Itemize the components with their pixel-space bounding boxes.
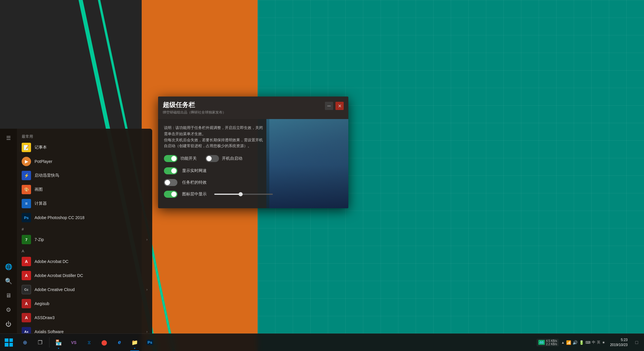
calc-icon: = xyxy=(22,199,31,208)
star-icon[interactable]: ✶ xyxy=(602,340,605,345)
toggle-realtime-thumb xyxy=(171,168,177,173)
start-menu-sidebar: ☰ 🌐 🔍 🖥 ⚙ ⏻ xyxy=(0,129,17,333)
dialog-body: 说明：该功能用于任务栏外观调整，开启后立即生效，关闭需单击开始菜单才生效。 但每… xyxy=(158,119,348,208)
start-menu: ☰ 🌐 🔍 🖥 ⚙ ⏻ 最常用 📝 记事本 ▶ PotPlayer ⚡ xyxy=(0,129,152,333)
toggle-effects-thumb xyxy=(165,180,170,185)
toggle-icon-switch[interactable] xyxy=(164,191,177,198)
section-frequent-header: 最常用 xyxy=(17,132,152,140)
toggle-realtime-switch[interactable] xyxy=(164,167,177,174)
thunderbird-icon: ⚡ xyxy=(22,171,31,180)
taskbar-divider-1 xyxy=(49,337,49,347)
taskbar: ⊕ ❐ 🏪 VS ⧖ ⬤ e 📁 Ps xyxy=(0,333,644,351)
notepad-icon: 📝 xyxy=(22,143,31,152)
slider-thumb[interactable] xyxy=(239,192,243,196)
app-item-aegisub[interactable]: A Aegisub xyxy=(17,297,152,311)
taskbar-icon-tray: ⊕ ❐ 🏪 VS ⧖ ⬤ e 📁 Ps xyxy=(18,334,157,351)
taskbar-icon-cortana[interactable]: ⊕ xyxy=(18,334,32,351)
toggle-autostart-switch[interactable] xyxy=(205,155,219,162)
taskbar-icon-ie[interactable]: e xyxy=(112,334,127,351)
ime-icon[interactable]: 中 xyxy=(592,340,595,345)
calc-label: 计算器 xyxy=(35,201,148,206)
toggle-realtime-label: 显示实时网速 xyxy=(182,168,207,173)
toggle-function-label: 功能开关 xyxy=(180,156,197,161)
app-item-notepad[interactable]: 📝 记事本 xyxy=(17,140,152,154)
creative-cloud-label: Adobe Creative Cloud xyxy=(35,287,143,292)
toggle-row-1: 功能开关 开机自启动 xyxy=(164,155,342,162)
toggle-row-3: 任务栏的特效 xyxy=(164,179,342,186)
app-item-axialis[interactable]: Ax Axialis Software › xyxy=(17,325,152,333)
toggle-effects-label: 任务栏的特效 xyxy=(182,180,207,185)
download-speed: 4.5 KB/s xyxy=(546,339,557,343)
paint-label: 画图 xyxy=(35,187,148,192)
app-item-thunderbird[interactable]: ⚡ 启动迅雷快鸟 xyxy=(17,168,152,183)
dialog-desc-line2: 但每次关机后会失效，若要长期保持透明效果，需设置开机自启动（创建常驻进程，占用您… xyxy=(164,138,263,148)
display-icon: 🖥 xyxy=(6,292,11,299)
taskbar-icon-ps[interactable]: Ps xyxy=(143,334,157,351)
section-a-header: A xyxy=(17,247,152,254)
app-item-calc[interactable]: = 计算器 xyxy=(17,197,152,211)
sidebar-display-icon[interactable]: 🖥 xyxy=(1,289,16,302)
toggle-effects-switch[interactable] xyxy=(164,179,177,186)
toggle-autostart-label: 开机自启动 xyxy=(222,156,242,161)
toggle-effects-track xyxy=(164,179,177,186)
aegisub-label: Aegisub xyxy=(35,301,148,306)
hamburger-icon: ☰ xyxy=(6,135,11,141)
notification-icon: □ xyxy=(635,340,638,345)
taskbar-sys-icons: ▲ 📶 🔊 🔋 ⌨ 中 英 ✶ xyxy=(561,340,605,345)
acrobat-dc-label: Adobe Acrobat DC xyxy=(35,259,148,264)
acrobat-distiller-label: Adobe Acrobat Distiller DC xyxy=(35,273,148,278)
clock-date: 2019/10/23 xyxy=(610,343,628,347)
wifi-icon[interactable]: 📶 xyxy=(566,340,571,345)
aegisub-icon: A xyxy=(22,299,31,308)
taskbar-icon-store[interactable]: 🏪 xyxy=(51,334,66,351)
start-menu-list: 最常用 📝 记事本 ▶ PotPlayer ⚡ 启动迅雷快鸟 🎨 画图 = 计算… xyxy=(17,129,152,333)
taskview-icon: ❐ xyxy=(38,339,42,346)
sidebar-settings-icon[interactable]: ⚙ xyxy=(1,303,16,316)
taskbar-icon-explorer[interactable]: 📁 xyxy=(127,334,142,351)
battery-icon[interactable]: 🔋 xyxy=(579,340,584,345)
dialog-close-button[interactable]: ✕ xyxy=(335,102,344,110)
toggle-icon-track xyxy=(164,191,177,198)
taskbar-icon-taskview[interactable]: ❐ xyxy=(33,334,47,351)
toggle-autostart-track xyxy=(205,155,219,162)
taskbar-icon-chrome[interactable]: ⬤ xyxy=(97,334,112,351)
dialog-window-controls: ─ ✕ xyxy=(325,102,344,110)
thunderbird-label: 启动迅雷快鸟 xyxy=(35,173,148,178)
toggle-icon-thumb xyxy=(171,192,177,197)
app-item-acrobat-dc[interactable]: A Adobe Acrobat DC xyxy=(17,254,152,269)
toggle-function-thumb xyxy=(171,156,177,161)
taskbar-clock[interactable]: 5:23 2019/10/23 xyxy=(608,338,630,347)
keyboard-icon[interactable]: ⌨ xyxy=(585,340,590,345)
globe-icon: 🌐 xyxy=(5,263,12,270)
dialog-title-container: 超级任务栏 绑空研磁组出品（啊研社全球独家发布） xyxy=(163,101,226,115)
slider-container[interactable] xyxy=(214,194,273,195)
sidebar-power-icon[interactable]: ⏻ xyxy=(1,318,16,331)
app-item-ps2018[interactable]: Ps Adobe Photoshop CC 2018 xyxy=(17,211,152,225)
sidebar-search-icon[interactable]: 🔍 xyxy=(1,275,16,288)
assdraw-icon: A xyxy=(22,313,31,322)
toggle-realtime-track xyxy=(164,167,177,174)
sidebar-hamburger[interactable]: ☰ xyxy=(1,132,16,144)
power-icon: ⏻ xyxy=(6,321,11,328)
app-item-creative-cloud[interactable]: Cc Adobe Creative Cloud › xyxy=(17,283,152,297)
taskbar-start-button[interactable] xyxy=(0,334,18,351)
app-item-paint[interactable]: 🎨 画图 xyxy=(17,183,152,197)
app-item-acrobat-distiller[interactable]: A Adobe Acrobat Distiller DC xyxy=(17,269,152,283)
app-item-assdraw[interactable]: A ASSDraw3 xyxy=(17,311,152,325)
app-item-7zip[interactable]: 7 7-Zip › xyxy=(17,233,152,247)
notification-center-button[interactable]: □ xyxy=(632,334,641,351)
dialog-minimize-button[interactable]: ─ xyxy=(325,102,333,110)
store-notification-dot xyxy=(58,348,59,349)
app-item-potplayer[interactable]: ▶ PotPlayer xyxy=(17,154,152,168)
slider-fill xyxy=(214,194,241,195)
taskbar-icon-vscode[interactable]: ⧖ xyxy=(82,334,96,351)
paint-icon: 🎨 xyxy=(22,185,31,194)
potplayer-label: PotPlayer xyxy=(35,159,148,164)
arrow-up-icon[interactable]: ▲ xyxy=(561,340,565,345)
lang-icon: 英 xyxy=(597,340,600,345)
toggle-function-switch[interactable] xyxy=(164,155,177,162)
acrobat-dc-icon: A xyxy=(22,257,31,266)
sidebar-globe-icon[interactable]: 🌐 xyxy=(1,260,16,273)
speaker-icon[interactable]: 🔊 xyxy=(573,340,578,345)
taskbar-icon-vs[interactable]: VS xyxy=(66,334,81,351)
